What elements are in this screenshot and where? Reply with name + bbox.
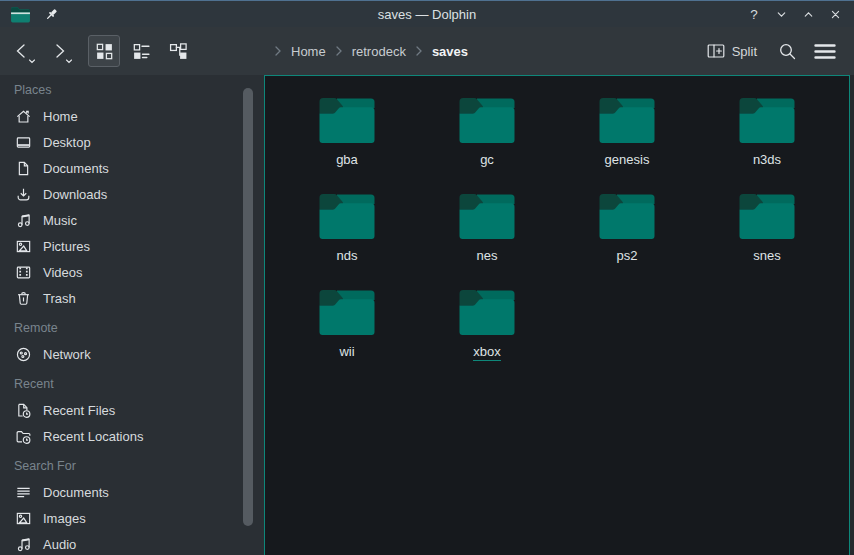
sidebar-item-pictures[interactable]: Pictures [0, 233, 264, 259]
folder-label: wii [339, 344, 354, 359]
toolbar: Home retrodeck saves Split [0, 27, 854, 75]
sidebar-item-label: Audio [43, 537, 76, 552]
help-button[interactable]: ? [745, 5, 763, 23]
folder-item-wii[interactable]: wii [277, 277, 417, 373]
toolbar-right: Split [698, 35, 842, 67]
folder-icon [317, 190, 377, 240]
window-title: saves — Dolphin [0, 7, 854, 22]
pin-icon[interactable] [44, 7, 59, 22]
sidebar-item-audio[interactable]: Audio [0, 531, 264, 555]
sidebar-item-documents[interactable]: Documents [0, 479, 264, 505]
breadcrumb-separator-icon [415, 45, 423, 57]
folder-icon [317, 286, 377, 336]
sidebar-item-label: Home [43, 109, 78, 124]
caret-down-icon [65, 59, 73, 64]
sidebar-item-icon [15, 186, 32, 203]
sidebar-section: Search For Documents Images Audio [0, 453, 264, 555]
sidebar-scrollbar[interactable] [243, 88, 253, 526]
folder-grid: gba gc genesis n3ds nds nes ps2 snes wii… [265, 76, 849, 373]
folder-label: n3ds [753, 152, 781, 167]
sidebar-item-label: Images [43, 511, 86, 526]
sidebar-item-recent-files[interactable]: Recent Files [0, 397, 264, 423]
sidebar-item-label: Videos [43, 265, 83, 280]
split-view-icon [707, 43, 725, 59]
folder-item-snes[interactable]: snes [697, 181, 837, 277]
caret-down-icon [28, 59, 36, 64]
folder-item-xbox[interactable]: xbox [417, 277, 557, 373]
section-title: Recent [0, 371, 264, 397]
folder-label: ps2 [617, 248, 638, 263]
tree-view-button[interactable] [162, 35, 194, 67]
section-items: Recent Files Recent Locations [0, 397, 264, 449]
section-items: Home Desktop Documents Downloads Music P… [0, 103, 264, 311]
sidebar-section: Recent Recent Files Recent Locations [0, 371, 264, 449]
minimize-button[interactable] [772, 5, 790, 23]
breadcrumb-item[interactable]: saves [432, 44, 468, 59]
breadcrumb-item[interactable]: retrodeck [352, 44, 406, 59]
sidebar-item-label: Recent Locations [43, 429, 143, 444]
icons-view-icon [95, 42, 114, 61]
sidebar-item-recent-locations[interactable]: Recent Locations [0, 423, 264, 449]
folder-item-gc[interactable]: gc [417, 85, 557, 181]
tree-view-icon [169, 42, 188, 61]
sidebar-item-label: Music [43, 213, 77, 228]
arrow-right-icon [49, 41, 69, 61]
sidebar-item-images[interactable]: Images [0, 505, 264, 531]
section-title: Places [0, 77, 264, 103]
folder-item-n3ds[interactable]: n3ds [697, 85, 837, 181]
sidebar-sections: Places Home Desktop Documents Downloads … [0, 77, 264, 555]
folder-label: genesis [605, 152, 650, 167]
folder-item-gba[interactable]: gba [277, 85, 417, 181]
arrow-left-icon [12, 41, 32, 61]
folder-icon [317, 94, 377, 144]
split-button[interactable]: Split [698, 35, 766, 67]
close-button[interactable] [826, 5, 844, 23]
sidebar-item-network[interactable]: Network [0, 341, 264, 367]
close-icon [829, 8, 842, 21]
sidebar-item-label: Recent Files [43, 403, 115, 418]
folder-item-ps2[interactable]: ps2 [557, 181, 697, 277]
hamburger-icon [814, 43, 836, 60]
sidebar-item-desktop[interactable]: Desktop [0, 129, 264, 155]
content-area: Places Home Desktop Documents Downloads … [0, 75, 854, 555]
section-items: Documents Images Audio [0, 479, 264, 555]
breadcrumb: Home retrodeck saves [274, 44, 468, 59]
sidebar-item-icon [15, 108, 32, 125]
folder-item-genesis[interactable]: genesis [557, 85, 697, 181]
back-button[interactable] [7, 35, 37, 67]
sidebar-item-label: Downloads [43, 187, 107, 202]
sidebar-item-videos[interactable]: Videos [0, 259, 264, 285]
sidebar-item-icon [15, 264, 32, 281]
details-view-button[interactable] [125, 35, 157, 67]
split-button-label: Split [732, 44, 757, 59]
folder-icon [597, 190, 657, 240]
sidebar-item-music[interactable]: Music [0, 207, 264, 233]
folder-item-nds[interactable]: nds [277, 181, 417, 277]
sidebar-item-documents[interactable]: Documents [0, 155, 264, 181]
sidebar-item-icon [15, 536, 32, 553]
section-title: Search For [0, 453, 264, 479]
folder-icon [457, 286, 517, 336]
icons-view-button[interactable] [88, 35, 120, 67]
sidebar-item-downloads[interactable]: Downloads [0, 181, 264, 207]
breadcrumb-item[interactable]: Home [291, 44, 326, 59]
search-button[interactable] [770, 35, 804, 67]
folder-label: xbox [473, 344, 500, 361]
folder-item-nes[interactable]: nes [417, 181, 557, 277]
folder-label: gc [480, 152, 494, 167]
sidebar-item-label: Trash [43, 291, 76, 306]
forward-button[interactable] [44, 35, 74, 67]
maximize-button[interactable] [799, 5, 817, 23]
dolphin-app-icon [10, 5, 31, 23]
dolphin-window: saves — Dolphin ? [0, 0, 854, 555]
folder-icon [457, 190, 517, 240]
sidebar-item-icon [15, 402, 32, 419]
breadcrumb-separator-icon [274, 45, 282, 57]
sidebar-item-home[interactable]: Home [0, 103, 264, 129]
view-mode-group [88, 35, 194, 67]
breadcrumb-separator-icon [335, 45, 343, 57]
folder-label: gba [336, 152, 358, 167]
hamburger-menu-button[interactable] [808, 35, 842, 67]
sidebar-item-trash[interactable]: Trash [0, 285, 264, 311]
folder-view[interactable]: gba gc genesis n3ds nds nes ps2 snes wii… [264, 75, 850, 555]
